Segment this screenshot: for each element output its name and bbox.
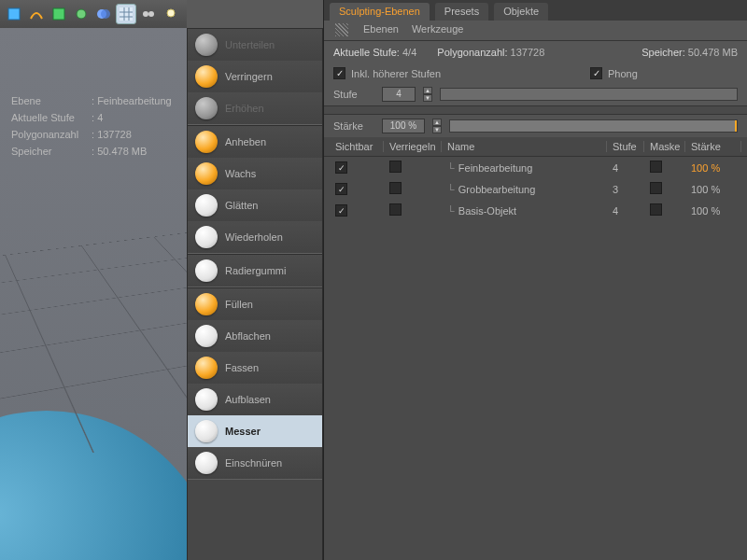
checkbox-inkl-stufen[interactable]: ✓Inkl. höherer Stufen <box>333 67 441 79</box>
tool-label: Wachs <box>225 168 256 179</box>
layer-row[interactable]: ✓└Grobbearbeitung3100 % <box>324 178 747 200</box>
layer-name: Feinbearbeitung <box>458 162 533 174</box>
cog-icon[interactable] <box>71 4 92 24</box>
tool-wiederholen-icon <box>195 226 218 248</box>
lock-checkbox[interactable] <box>389 161 402 173</box>
staerke-value[interactable]: 100 % <box>382 119 425 133</box>
hatch-icon[interactable] <box>335 23 348 36</box>
tool-label: Abflachen <box>225 330 271 342</box>
tool-label: Füllen <box>225 299 253 310</box>
sculpting-panel: Sculpting-Ebenen Presets Objekte Ebenen … <box>323 0 747 560</box>
layer-name: Basis-Objekt <box>458 205 516 217</box>
tool-einschnüren[interactable]: Einschnüren <box>188 447 322 479</box>
layer-name: Grobbearbeitung <box>458 184 536 195</box>
staerke-slider[interactable] <box>449 119 738 133</box>
options-row: ✓Inkl. höherer Stufen ✓Phong <box>324 63 747 83</box>
visibility-checkbox[interactable]: ✓ <box>335 161 347 174</box>
tool-label: Anheben <box>225 136 266 147</box>
mask-checkbox[interactable] <box>650 182 662 194</box>
deformer-icon[interactable] <box>49 4 69 24</box>
tool-label: Einschnüren <box>225 457 282 469</box>
tool-messer[interactable]: Messer <box>188 415 322 447</box>
svg-point-8 <box>167 9 175 17</box>
stufe-slider[interactable] <box>440 88 738 101</box>
tab-sculpting-ebenen[interactable]: Sculpting-Ebenen <box>330 3 430 21</box>
camera-icon[interactable] <box>138 4 159 24</box>
light-icon[interactable] <box>161 4 181 24</box>
staerke-spinner[interactable]: ▲▼ <box>432 119 442 133</box>
tool-label: Messer <box>225 426 261 437</box>
info-row: Aktuelle Stufe: 4/4 Polygonanzahl: 13772… <box>324 41 747 63</box>
tool-radiergummi-icon <box>195 259 218 282</box>
spline-icon[interactable] <box>26 4 47 24</box>
layers-list: ✓└Feinbearbeitung4100 %✓└Grobbearbeitung… <box>324 157 747 221</box>
layer-strength: 100 % <box>685 162 741 174</box>
layer-stufe: 4 <box>607 205 644 217</box>
tool-abflachen-icon <box>195 325 218 347</box>
layer-stufe: 4 <box>607 162 644 174</box>
tool-messer-icon <box>195 420 218 442</box>
stufe-value[interactable]: 4 <box>382 87 416 102</box>
tool-verringern[interactable]: Verringern <box>188 61 322 92</box>
svg-point-4 <box>101 9 110 19</box>
tool-wachs-icon <box>195 162 218 185</box>
tool-wachs[interactable]: Wachs <box>188 158 322 189</box>
layer-row[interactable]: ✓└Feinbearbeitung4100 % <box>324 157 747 178</box>
tool-label: Glätten <box>225 200 258 211</box>
tool-label: Verringern <box>225 71 273 82</box>
layer-stufe: 3 <box>607 184 644 195</box>
tab-objekte[interactable]: Objekte <box>494 3 548 21</box>
stufe-label: Stufe <box>333 89 374 100</box>
tool-erhöhen-icon <box>195 97 218 119</box>
tool-erhöhen[interactable]: Erhöhen <box>188 92 322 124</box>
svg-point-6 <box>143 11 148 17</box>
tool-label: Unterteilen <box>225 39 275 50</box>
tool-anheben[interactable]: Anheben <box>188 126 322 158</box>
tool-label: Wiederholen <box>225 231 283 243</box>
tool-fassen-icon <box>195 357 218 379</box>
boolean-icon[interactable] <box>93 4 114 24</box>
viewport[interactable]: Ebene: Feinbearbeitung Aktuelle Stufe: 4… <box>0 28 187 560</box>
tool-unterteilen-icon <box>195 34 218 56</box>
tool-einschnüren-icon <box>195 452 218 474</box>
lock-checkbox[interactable] <box>389 203 402 216</box>
svg-point-2 <box>77 9 86 19</box>
tool-palette: UnterteilenVerringernErhöhenAnhebenWachs… <box>187 28 323 560</box>
subtab-werkzeuge[interactable]: Werkzeuge <box>412 23 463 37</box>
panel-tabs: Sculpting-Ebenen Presets Objekte <box>324 0 747 21</box>
subtab-ebenen[interactable]: Ebenen <box>363 23 399 37</box>
visibility-checkbox[interactable]: ✓ <box>335 183 347 195</box>
tool-unterteilen[interactable]: Unterteilen <box>188 29 322 61</box>
svg-point-7 <box>148 11 154 17</box>
stufe-spinner[interactable]: ▲▼ <box>423 87 432 102</box>
tool-abflachen[interactable]: Abflachen <box>188 320 322 352</box>
layer-strength: 100 % <box>685 205 741 217</box>
tool-wiederholen[interactable]: Wiederholen <box>188 221 322 253</box>
checkbox-phong[interactable]: ✓Phong <box>590 67 638 79</box>
tool-label: Aufblasen <box>225 394 271 405</box>
tool-verringern-icon <box>195 65 218 88</box>
tab-presets[interactable]: Presets <box>435 3 488 21</box>
tool-label: Erhöhen <box>225 103 264 114</box>
grid-icon[interactable] <box>116 4 136 24</box>
top-toolbar <box>0 0 187 28</box>
stufe-slider-row: Stufe 4 ▲▼ <box>324 83 747 105</box>
viewport-grid <box>0 224 187 496</box>
tool-glätten-icon <box>195 194 218 217</box>
tool-anheben-icon <box>195 131 218 153</box>
svg-rect-5 <box>120 7 133 21</box>
cube-icon[interactable] <box>4 4 24 24</box>
mask-checkbox[interactable] <box>650 203 662 216</box>
staerke-slider-row: Stärke 100 % ▲▼ <box>324 115 747 137</box>
tool-fassen[interactable]: Fassen <box>188 352 322 384</box>
tool-füllen[interactable]: Füllen <box>188 288 322 320</box>
tool-aufblasen[interactable]: Aufblasen <box>188 384 322 415</box>
layer-row[interactable]: ✓└Basis-Objekt4100 % <box>324 200 747 221</box>
lock-checkbox[interactable] <box>389 182 402 194</box>
visibility-checkbox[interactable]: ✓ <box>335 204 347 217</box>
tool-radiergummi[interactable]: Radiergummi <box>188 255 322 287</box>
mask-checkbox[interactable] <box>650 161 662 173</box>
tool-glätten[interactable]: Glätten <box>188 189 322 221</box>
layer-strength: 100 % <box>685 184 741 195</box>
tool-füllen-icon <box>195 293 218 315</box>
